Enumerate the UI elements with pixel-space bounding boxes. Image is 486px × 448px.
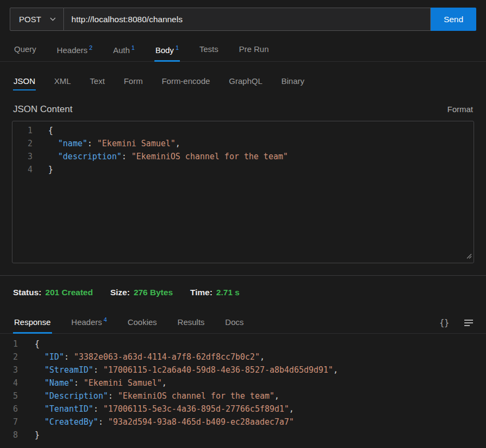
status-value: 201 Created: [46, 288, 93, 297]
tab-label: Response: [14, 317, 51, 327]
code-line: 8}: [0, 428, 486, 441]
body-editor-header: JSON Content Format: [0, 104, 486, 115]
tab-label: Auth: [113, 46, 130, 55]
body-type-tabs: JSONXMLTextFormForm-encodeGraphQLBinary: [0, 76, 486, 90]
code-text: {: [48, 124, 53, 137]
code-line: 2 "name": "Ekemini Samuel",: [12, 137, 474, 150]
tab-results[interactable]: Results: [177, 313, 206, 333]
line-number: 4: [0, 376, 22, 389]
status-item: Status:201 Created: [13, 288, 93, 297]
tab-tests[interactable]: Tests: [198, 40, 219, 61]
line-number: 2: [0, 350, 22, 363]
tab-cookies[interactable]: Cookies: [126, 313, 158, 333]
resize-handle-icon[interactable]: [465, 251, 472, 261]
line-number: 7: [0, 415, 22, 428]
tab-label: Form: [124, 76, 142, 86]
code-line: 3 "StreamID": "17006115-1c2a6a40-59d8-4e…: [0, 363, 486, 376]
method-label: POST: [19, 15, 41, 24]
body-editor-title: JSON Content: [13, 104, 73, 115]
response-meta: Status:201 Created Size:276 Bytes Time:2…: [0, 288, 486, 297]
tab-query[interactable]: Query: [13, 40, 37, 61]
tab-label: Query: [14, 44, 36, 54]
tab-badge: 1: [176, 44, 179, 51]
tab-headers[interactable]: Headers4: [70, 311, 108, 333]
tab-headers[interactable]: Headers2: [56, 40, 94, 61]
code-text: "Name": "Ekemini Samuel",: [35, 376, 167, 389]
code-text: "name": "Ekemini Samuel",: [48, 137, 180, 150]
line-number: 5: [0, 389, 22, 402]
tab-label: Text: [90, 76, 105, 86]
response-tabs: ResponseHeaders4CookiesResultsDocs {}: [0, 311, 486, 334]
tab-label: JSON: [14, 76, 35, 86]
request-body-editor[interactable]: 1{2 "name": "Ekemini Samuel",3 "descript…: [12, 121, 474, 263]
time-value: 2.71 s: [216, 288, 239, 297]
response-body: 1{2 "ID": "3382e063-a63d-4114-a7f8-62df8…: [0, 334, 486, 441]
status-label: Status:: [13, 288, 42, 297]
tab-form[interactable]: Form: [123, 76, 143, 90]
braces-icon[interactable]: {}: [439, 318, 449, 328]
tab-text[interactable]: Text: [89, 76, 106, 90]
code-text: }: [35, 428, 40, 441]
tab-label: GraphQL: [229, 76, 263, 86]
send-button[interactable]: Send: [431, 8, 476, 31]
tab-body[interactable]: Body1: [154, 40, 180, 61]
tab-label: Form-encode: [161, 76, 210, 86]
code-text: "Description": "EkeminiOS channel for th…: [35, 389, 280, 402]
tab-auth[interactable]: Auth1: [112, 40, 136, 61]
line-number: 2: [12, 137, 33, 150]
code-text: "CreatedBy": "93a2d594-93a8-465d-b409-ec…: [35, 415, 294, 428]
code-line: 3 "description": "EkeminiOS channel for …: [12, 150, 474, 163]
tab-json[interactable]: JSON: [13, 76, 36, 90]
method-select[interactable]: POST: [10, 8, 64, 31]
code-text: "StreamID": "17006115-1c2a6a40-59d8-4e36…: [35, 363, 338, 376]
line-number: 1: [12, 124, 33, 137]
tab-badge: 2: [89, 44, 93, 51]
menu-icon[interactable]: [464, 320, 473, 326]
tab-label: Binary: [281, 76, 304, 86]
code-line: 7 "CreatedBy": "93a2d594-93a8-465d-b409-…: [0, 415, 486, 428]
time-item: Time:2.71 s: [190, 288, 239, 297]
tab-response[interactable]: Response: [13, 313, 52, 333]
tab-pre-run[interactable]: Pre Run: [238, 40, 270, 61]
code-line: 1{: [12, 124, 474, 137]
tab-badge: 1: [132, 44, 135, 51]
time-label: Time:: [190, 288, 212, 297]
tab-form-encode[interactable]: Form-encode: [161, 76, 210, 90]
code-text: "TenantID": "17006115-5e3c-4a36-895d-277…: [35, 402, 294, 415]
tab-xml[interactable]: XML: [54, 76, 72, 90]
tab-label: Tests: [199, 44, 218, 54]
size-label: Size:: [110, 288, 129, 297]
line-number: 3: [0, 363, 22, 376]
code-text: {: [35, 337, 40, 350]
size-item: Size:276 Bytes: [110, 288, 173, 297]
code-line: 5 "Description": "EkeminiOS channel for …: [0, 389, 486, 402]
tab-label: Pre Run: [239, 44, 269, 54]
tab-docs[interactable]: Docs: [224, 313, 245, 333]
url-input[interactable]: [64, 8, 431, 31]
line-number: 4: [12, 163, 33, 176]
line-number: 8: [0, 428, 22, 441]
tab-graphql[interactable]: GraphQL: [229, 76, 263, 90]
code-line: 1{: [0, 337, 486, 350]
tab-label: Results: [178, 317, 205, 327]
code-line: 2 "ID": "3382e063-a63d-4114-a7f8-62df8cc…: [0, 350, 486, 363]
code-line: 4}: [12, 163, 474, 176]
size-value: 276 Bytes: [134, 288, 173, 297]
code-line: 6 "TenantID": "17006115-5e3c-4a36-895d-2…: [0, 402, 486, 415]
tab-badge: 4: [103, 316, 107, 323]
tab-label: Docs: [225, 317, 244, 327]
tab-label: Cookies: [127, 317, 157, 327]
request-bar: POST Send: [10, 8, 476, 31]
request-tabs: QueryHeaders2Auth1Body1TestsPre Run: [0, 40, 486, 62]
tab-label: Body: [155, 46, 174, 55]
code-text: }: [48, 163, 53, 176]
tab-label: Headers: [57, 46, 88, 55]
section-divider: [0, 275, 486, 276]
tab-binary[interactable]: Binary: [281, 76, 305, 90]
tab-label: XML: [54, 76, 71, 86]
code-line: 4 "Name": "Ekemini Samuel",: [0, 376, 486, 389]
chevron-down-icon: [50, 17, 56, 21]
tab-label: Headers: [72, 317, 102, 327]
line-number: 3: [12, 150, 33, 163]
format-button[interactable]: Format: [447, 105, 473, 114]
